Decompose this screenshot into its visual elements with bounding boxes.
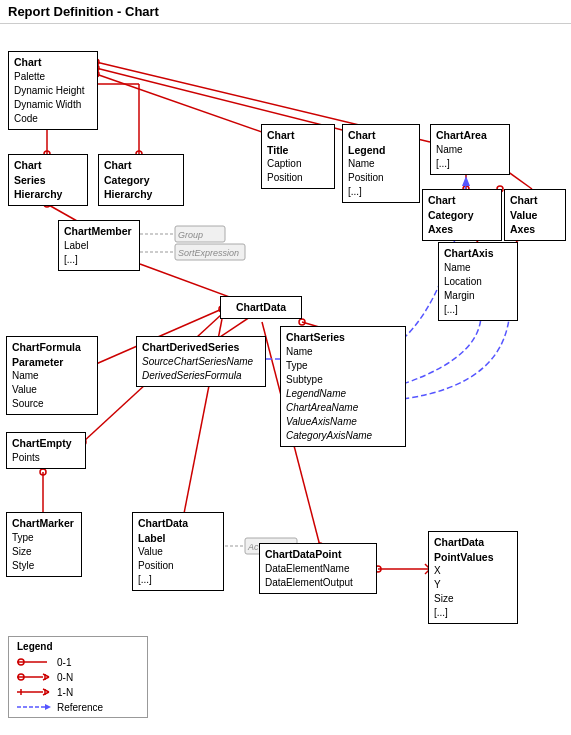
chart-empty-box: ChartEmpty Points	[6, 432, 86, 469]
page-title: Report Definition - Chart	[0, 0, 571, 24]
svg-text:SortExpression: SortExpression	[178, 248, 239, 258]
chart-marker-style: Style	[12, 559, 76, 573]
chart-value-axes-label: ChartValueAxes	[510, 193, 560, 237]
chart-series-hierarchy-box: ChartSeriesHierarchy	[8, 154, 88, 206]
chart-data-point-values-size: Size	[434, 592, 512, 606]
diagram-area: Group SortExpression	[0, 24, 571, 734]
svg-point-34	[299, 319, 305, 325]
chart-title: Chart	[14, 55, 92, 70]
svg-rect-18	[175, 244, 245, 260]
chart-derived-series-box: ChartDerivedSeries SourceChartSeriesName…	[136, 336, 266, 387]
chart-data-label: ChartData	[226, 300, 296, 315]
chart-axis-box: ChartAxis Name Location Margin [...]	[438, 242, 518, 321]
legend-0n-label: 0-N	[57, 672, 73, 683]
svg-line-70	[43, 689, 49, 692]
svg-line-66	[43, 677, 49, 680]
chart-data-point-values-x: X	[434, 564, 512, 578]
chart-derived-series-label: ChartDerivedSeries	[142, 340, 260, 355]
svg-text:Group: Group	[178, 230, 203, 240]
chart-series-box: ChartSeries Name Type Subtype LegendName…	[280, 326, 406, 447]
chart-series-name: Name	[286, 345, 400, 359]
chart-area-label: ChartArea	[436, 128, 504, 143]
chart-title-position: Position	[267, 171, 329, 185]
chart-member-more: [...]	[64, 253, 134, 267]
legend-01-label: 0-1	[57, 657, 71, 668]
chart-data-box: ChartData	[220, 296, 302, 319]
chart-member-label-field: Label	[64, 239, 134, 253]
chart-category-hierarchy-label: ChartCategoryHierarchy	[104, 158, 178, 202]
chart-data-point-name: DataElementName	[265, 562, 371, 576]
chart-area-more: [...]	[436, 157, 504, 171]
chart-series-chartareaname: ChartAreaName	[286, 401, 400, 415]
svg-line-65	[43, 674, 49, 677]
chart-legend-more: [...]	[348, 185, 414, 199]
chart-data-label-position: Position	[138, 559, 218, 573]
chart-category-axes-box: ChartCategoryAxes	[422, 189, 502, 241]
chart-data-point-values-y: Y	[434, 578, 512, 592]
chart-formula-parameter-label: ChartFormulaParameter	[12, 340, 92, 369]
chart-title-label: ChartTitle	[267, 128, 329, 157]
svg-marker-58	[462, 176, 470, 186]
chart-axis-name: Name	[444, 261, 512, 275]
chart-field-code: Code	[14, 112, 92, 126]
chart-data-point-output: DataElementOutput	[265, 576, 371, 590]
chart-data-label-value: Value	[138, 545, 218, 559]
chart-category-axes-label: ChartCategoryAxes	[428, 193, 496, 237]
legend-item-01: 0-1	[17, 656, 139, 668]
chart-legend-label: ChartLegend	[348, 128, 414, 157]
chart-marker-label: ChartMarker	[12, 516, 76, 531]
chart-field-dw: Dynamic Width	[14, 98, 92, 112]
chart-formula-parameter-box: ChartFormulaParameter Name Value Source	[6, 336, 98, 415]
svg-point-55	[40, 469, 46, 475]
chart-member-box: ChartMember Label [...]	[58, 220, 140, 271]
chart-axis-margin: Margin	[444, 289, 512, 303]
chart-series-label: ChartSeries	[286, 330, 400, 345]
chart-series-type: Type	[286, 359, 400, 373]
svg-rect-15	[175, 226, 225, 242]
chart-area-box: ChartArea Name [...]	[430, 124, 510, 175]
chart-data-label-title: ChartDataLabel	[138, 516, 218, 545]
chart-data-point-values-more: [...]	[434, 606, 512, 620]
svg-line-2	[96, 68, 378, 139]
chart-axis-label: ChartAxis	[444, 246, 512, 261]
chart-data-point-label: ChartDataPoint	[265, 547, 371, 562]
chart-derived-source: SourceChartSeriesName	[142, 355, 260, 369]
chart-marker-type: Type	[12, 531, 76, 545]
chart-series-categoryaxisname: CategoryAxisName	[286, 429, 400, 443]
chart-series-legendname: LegendName	[286, 387, 400, 401]
legend-box: Legend 0-1 0-N	[8, 636, 148, 718]
chart-axis-more: [...]	[444, 303, 512, 317]
chart-axis-location: Location	[444, 275, 512, 289]
chart-marker-size: Size	[12, 545, 76, 559]
chart-legend-name: Name	[348, 157, 414, 171]
legend-ref-label: Reference	[57, 702, 103, 713]
chart-data-point-values-box: ChartDataPointValues X Y Size [...]	[428, 531, 518, 624]
chart-marker-box: ChartMarker Type Size Style	[6, 512, 82, 577]
chart-formula-value: Value	[12, 383, 92, 397]
chart-derived-formula: DerivedSeriesFormula	[142, 369, 260, 383]
legend-item-1n: 1-N	[17, 686, 139, 698]
chart-series-hierarchy-label: ChartSeriesHierarchy	[14, 158, 82, 202]
legend-1n-label: 1-N	[57, 687, 73, 698]
chart-formula-name: Name	[12, 369, 92, 383]
chart-data-point-values-label: ChartDataPointValues	[434, 535, 512, 564]
chart-category-hierarchy-box: ChartCategoryHierarchy	[98, 154, 184, 206]
chart-data-point-box: ChartDataPoint DataElementName DataEleme…	[259, 543, 377, 594]
chart-value-axes-box: ChartValueAxes	[504, 189, 566, 241]
chart-area-name: Name	[436, 143, 504, 157]
svg-line-71	[43, 692, 49, 695]
chart-title-box: ChartTitle Caption Position	[261, 124, 335, 189]
chart-box: Chart Palette Dynamic Height Dynamic Wid…	[8, 51, 98, 130]
chart-legend-position: Position	[348, 171, 414, 185]
chart-series-subtype: Subtype	[286, 373, 400, 387]
legend-title: Legend	[17, 641, 139, 652]
chart-field-dh: Dynamic Height	[14, 84, 92, 98]
legend-item-ref: Reference	[17, 701, 139, 713]
chart-data-label-box: ChartDataLabel Value Position [...]	[132, 512, 224, 591]
chart-legend-box: ChartLegend Name Position [...]	[342, 124, 420, 203]
legend-item-0n: 0-N	[17, 671, 139, 683]
chart-empty-label: ChartEmpty	[12, 436, 80, 451]
chart-series-valueaxisname: ValueAxisName	[286, 415, 400, 429]
chart-formula-source: Source	[12, 397, 92, 411]
chart-member-label: ChartMember	[64, 224, 134, 239]
